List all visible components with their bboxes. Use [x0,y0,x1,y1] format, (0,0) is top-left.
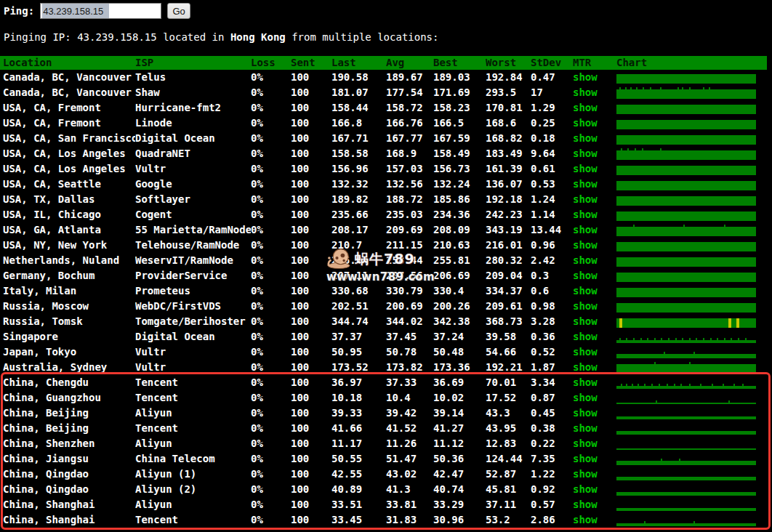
mtr-show-link[interactable]: show [573,193,598,205]
last-cell: 344.74 [331,314,386,329]
stdev-cell: 0.38 [531,421,573,436]
mtr-show-link[interactable]: show [573,285,598,297]
loss-cell: 0% [251,207,291,222]
mtr-show-link[interactable]: show [573,392,598,403]
mtr-show-link[interactable]: show [573,132,598,144]
latency-chart [616,436,767,451]
isp-cell: Tencent [135,421,251,436]
worst-cell: 37.11 [486,497,531,512]
latency-chart [616,497,767,512]
mtr-show-link[interactable]: show [573,86,598,98]
chart-bar [616,120,756,129]
mtr-show-link[interactable]: show [573,483,598,495]
chart-yellow-mark [736,318,739,328]
best-cell: 33.29 [433,497,486,512]
worst-cell: 39.58 [486,329,531,344]
isp-cell: Shaw [135,85,251,100]
location-cell: Russia, Moscow [0,299,135,314]
mtr-show-link[interactable]: show [573,300,598,312]
chart-spike-tick [661,459,662,461]
chart-spike-tick [710,338,712,340]
table-row: USA, TX, Dallas Softlayer 0% 100 189.82 … [0,192,767,207]
mtr-show-link[interactable]: show [573,270,598,281]
mtr-show-link[interactable]: show [573,315,598,327]
go-button[interactable]: Go [167,3,190,19]
chart-spike-tick [654,338,656,340]
avg-cell: 188.72 [386,192,433,207]
last-cell: 158.44 [331,100,386,116]
sent-cell: 100 [291,375,331,390]
mtr-show-link[interactable]: show [573,499,598,510]
mtr-show-link[interactable]: show [573,209,598,220]
worst-cell: 209.04 [486,268,531,283]
loss-cell: 0% [251,131,291,146]
mtr-show-link[interactable]: show [573,163,598,174]
mtr-show-link[interactable]: show [573,117,598,129]
mtr-show-link[interactable]: show [573,71,598,83]
chart-spike-tick [717,338,718,340]
mtr-show-link[interactable]: show [573,178,598,190]
stdev-cell: 0.6 [531,283,573,299]
best-cell: 234.36 [433,207,486,222]
loss-cell: 0% [251,177,291,192]
isp-cell: Cogent [135,207,251,222]
mtr-show-link[interactable]: show [573,254,598,266]
mtr-show-link[interactable]: show [573,361,598,373]
chart-yellow-mark [728,318,731,328]
worst-cell: 168.6 [486,116,531,131]
latency-chart [616,146,767,161]
stdev-cell: 0.25 [531,116,573,131]
mtr-show-link[interactable]: show [573,239,598,251]
chart-spike-tick [654,362,656,364]
best-cell: 342.38 [433,314,486,329]
mtr-show-link[interactable]: show [573,468,598,480]
sent-cell: 100 [291,436,331,451]
isp-cell: Telehouse/RamNode [135,238,251,253]
mtr-show-link[interactable]: show [573,102,598,113]
avg-cell: 31.83 [386,512,433,528]
mtr-show-link[interactable]: show [573,422,598,434]
mtr-show-link[interactable]: show [573,331,598,342]
isp-cell: Hurricane-fmt2 [135,100,251,116]
mtr-show-link[interactable]: show [573,514,598,525]
chart-spike-tick [651,384,653,386]
mtr-show-link[interactable]: show [573,376,598,388]
mtr-show-link[interactable]: show [573,148,598,159]
mtr-show-link[interactable]: show [573,407,598,419]
column-header-avg: Avg [386,56,433,70]
sent-cell: 100 [291,421,331,436]
worst-cell: 136.07 [486,177,531,192]
location-cell: Australia, Sydney [0,360,135,375]
chart-spike-tick [728,400,730,403]
avg-cell: 344.02 [386,314,433,329]
last-cell: 166.8 [331,116,386,131]
location-cell: USA, CA, Fremont [0,100,135,116]
last-cell: 40.89 [331,482,386,497]
sent-cell: 100 [291,390,331,406]
sent-cell: 100 [291,512,331,528]
mtr-show-link[interactable]: show [573,453,598,464]
table-row: China, Beijing Aliyun 0% 100 39.33 39.42… [0,406,767,421]
loss-cell: 0% [251,268,291,283]
chart-spike-tick [674,384,675,386]
location-cell: Canada, BC, Vancouver [0,85,135,100]
worst-cell: 54.66 [486,344,531,360]
location-cell: Singapore [0,329,135,344]
loss-cell: 0% [251,451,291,467]
status-prefix: Pinging IP: 43.239.158.15 located in [4,31,230,43]
last-cell: 190.58 [331,70,386,85]
mtr-show-link[interactable]: show [573,224,598,235]
sent-cell: 100 [291,85,331,100]
worst-cell: 43.3 [486,406,531,421]
latency-chart [616,406,767,421]
mtr-show-link[interactable]: show [573,438,598,449]
worst-cell: 192.84 [486,70,531,85]
chart-spike-tick [683,225,685,227]
mtr-show-link[interactable]: show [573,346,598,358]
isp-cell: Softlayer [135,192,251,207]
best-cell: 40.74 [433,482,486,497]
ping-input[interactable] [40,3,161,19]
table-row: Russia, Tomsk Tomgate/Berihoster 0% 100 … [0,314,767,329]
table-row: Canada, BC, Vancouver Shaw 0% 100 181.07… [0,85,767,100]
chart-bar [616,166,756,175]
